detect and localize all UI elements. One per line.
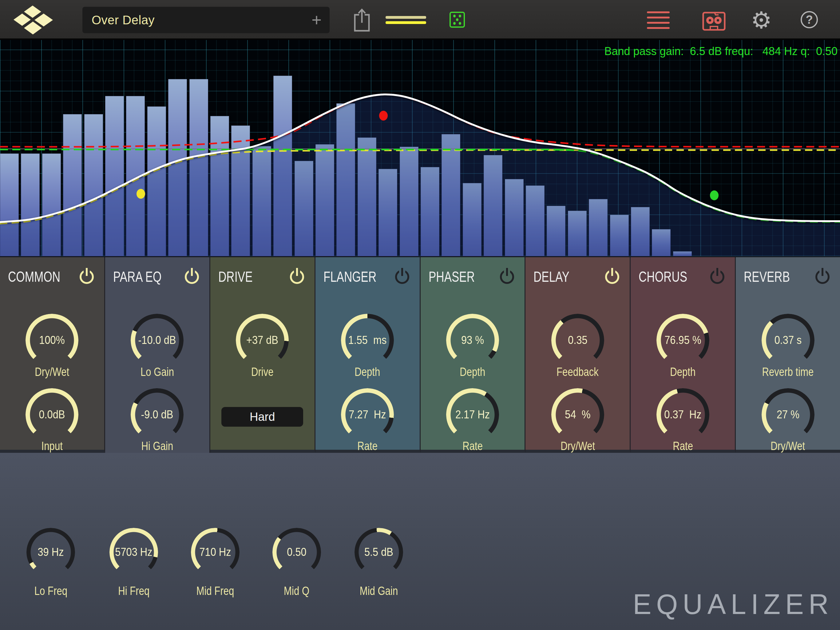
knob-value: 5.5 dB	[357, 528, 400, 576]
band-pass-handle[interactable]	[379, 111, 388, 120]
knob-value: 93 %	[449, 314, 496, 367]
knob-label: Dry/Wet	[736, 440, 840, 453]
panel-title: DRIVE	[218, 268, 253, 285]
knob-value: -9.0 dB	[134, 388, 180, 441]
knob[interactable]: -9.0 dB	[131, 388, 183, 441]
knob-value: 0.50	[275, 528, 318, 576]
effect-panel-para-eq: PARA EQ -10.0 dBLo Gain-9.0 dBHi Gain	[105, 257, 210, 453]
eq-curves	[0, 40, 840, 256]
knob-label: Depth	[316, 366, 420, 379]
knob[interactable]: -10.0 dB	[131, 314, 183, 367]
power-toggle[interactable]	[815, 270, 829, 284]
knob[interactable]: 27 %	[762, 388, 815, 441]
knob-label: Reverb time	[736, 366, 840, 379]
power-toggle[interactable]	[710, 270, 725, 284]
knob[interactable]: 0.50	[272, 528, 321, 576]
knob-value: 0.37 s	[765, 314, 811, 367]
power-toggle[interactable]	[185, 270, 199, 284]
knob-label: Dry/Wet	[0, 366, 104, 379]
effect-panel-drive: DRIVE +37 dBDriveHard	[210, 257, 316, 453]
knob[interactable]: 710 Hz	[191, 528, 240, 576]
power-toggle[interactable]	[395, 270, 409, 284]
effect-panel-phaser: PHASER 93 %Depth2.17 HzRate	[421, 257, 526, 453]
settings-gear-icon[interactable]: ⚙	[751, 0, 772, 40]
eq-display[interactable]: Band pass gain: 6.5 dB frequ: 484 Hz q: …	[0, 40, 840, 256]
mixer-menu-icon[interactable]	[647, 0, 669, 40]
knob-value: 5703 Hz	[112, 528, 155, 576]
knob-label: Mid Gain	[333, 584, 425, 598]
tape-icon[interactable]	[702, 12, 726, 31]
panel-title: DELAY	[534, 268, 569, 285]
knob-label: Depth	[421, 366, 525, 379]
panel-header: CHORUS	[631, 268, 735, 285]
knob-value: 0.35	[554, 314, 601, 367]
knob[interactable]: 100%	[25, 314, 78, 367]
knob-value: +37 dB	[239, 314, 286, 367]
effect-panel-chorus: CHORUS 76.95 %Depth0.37 HzRate	[631, 257, 736, 453]
help-icon[interactable]: ?	[801, 11, 818, 28]
panel-header: DELAY	[526, 268, 630, 285]
knob-label: Mid Freq	[169, 584, 261, 598]
knob[interactable]: 5703 Hz	[109, 528, 158, 576]
knob-label: Input	[0, 440, 104, 453]
panel-title: PARA EQ	[113, 268, 161, 285]
knob-value: 7.27 Hz	[344, 388, 390, 441]
panel-header: DRIVE	[210, 268, 314, 285]
knob[interactable]: 76.95 %	[657, 314, 709, 367]
knob[interactable]: 7.27 Hz	[341, 388, 394, 441]
knob[interactable]: 0.0dB	[25, 388, 78, 441]
knob-value: 100%	[29, 314, 75, 367]
effect-panel-flanger: FLANGER 1.55 msDepth7.27 HzRate	[316, 257, 421, 453]
knob-label: Hi Freq	[88, 584, 180, 598]
power-icon	[609, 268, 615, 276]
app-logo-icon[interactable]	[12, 6, 52, 35]
hi-shelf-handle[interactable]	[710, 190, 718, 200]
knob[interactable]: 1.55 ms	[341, 314, 394, 367]
panel-header: REVERB	[736, 268, 840, 285]
knob-value: 710 Hz	[194, 528, 237, 576]
knob[interactable]: 0.37 Hz	[657, 388, 709, 441]
preset-name: Over Delay	[92, 13, 311, 27]
knob-value: 76.95 %	[660, 314, 706, 367]
effect-panel-delay: DELAY 0.35Feedback54 %Dry/Wet	[526, 257, 631, 453]
knob-value: 0.0dB	[29, 388, 75, 441]
knob[interactable]: 39 Hz	[27, 528, 75, 576]
knob-label: Rate	[316, 440, 420, 453]
share-icon[interactable]	[353, 8, 371, 32]
power-icon	[714, 268, 720, 276]
drive-mode-button[interactable]: Hard	[221, 407, 303, 427]
panel-header: FLANGER	[316, 268, 420, 285]
power-toggle[interactable]	[605, 270, 619, 284]
power-toggle[interactable]	[500, 270, 514, 284]
knob-value: 1.55 ms	[344, 314, 390, 367]
knob[interactable]: 5.5 dB	[355, 528, 403, 576]
knob[interactable]: +37 dB	[236, 314, 289, 367]
watermark-title: EQUALIZER	[633, 588, 833, 621]
logo-diamond	[14, 14, 31, 26]
power-icon	[84, 268, 90, 276]
para-eq-detail-section: EQUALIZER 39 HzLo Freq5703 HzHi Freq710 …	[0, 453, 840, 630]
knob-label: Lo Gain	[105, 366, 209, 379]
panel-title: REVERB	[744, 268, 790, 285]
knob-label: Feedback	[526, 366, 630, 379]
preset-selector[interactable]: Over Delay +	[82, 7, 330, 33]
knob-value: -10.0 dB	[134, 314, 180, 367]
randomize-dice-icon[interactable]	[450, 12, 465, 28]
knob[interactable]: 0.35	[551, 314, 604, 367]
knob[interactable]: 2.17 Hz	[446, 388, 499, 441]
logo-diamond	[24, 22, 42, 35]
knob-label: Drive	[210, 366, 314, 379]
knob-value: 27 %	[765, 388, 811, 441]
knob[interactable]: 93 %	[446, 314, 499, 367]
logo-diamond	[35, 14, 53, 27]
effect-panel-common: COMMON 100%Dry/Wet0.0dBInput	[0, 257, 105, 453]
effect-panel-reverb: REVERB 0.37 sReverb time27 %Dry/Wet	[736, 257, 840, 453]
solo-lines-icon[interactable]	[385, 0, 426, 40]
lo-shelf-handle[interactable]	[136, 189, 145, 199]
power-toggle[interactable]	[80, 270, 94, 284]
knob-label: Dry/Wet	[526, 440, 630, 453]
knob[interactable]: 0.37 s	[762, 314, 815, 367]
power-toggle[interactable]	[290, 270, 304, 284]
power-icon	[819, 268, 826, 276]
knob[interactable]: 54 %	[551, 388, 604, 441]
